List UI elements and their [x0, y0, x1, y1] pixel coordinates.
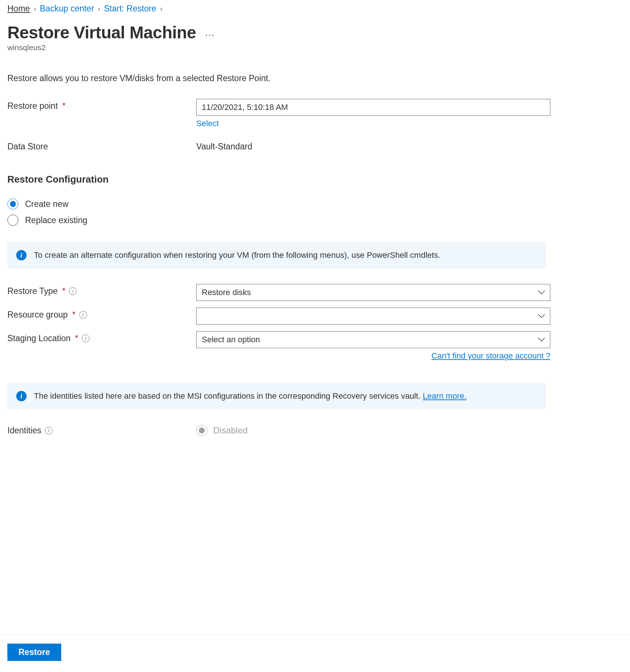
identities-label: Identities i — [7, 426, 196, 436]
info-icon[interactable]: i — [82, 335, 90, 342]
select-restore-point-link[interactable]: Select — [196, 119, 219, 128]
data-store-value: Vault-Standard — [196, 139, 550, 152]
chevron-right-icon: › — [34, 4, 36, 13]
page-description: Restore allows you to restore VM/disks f… — [7, 73, 623, 83]
radio-selected-icon — [7, 198, 18, 209]
chevron-right-icon: › — [160, 4, 163, 13]
powershell-info-text: To create an alternate configuration whe… — [34, 250, 440, 260]
restore-type-select[interactable] — [196, 284, 550, 301]
radio-unselected-icon — [7, 215, 18, 226]
identities-info-banner: i The identities listed here are based o… — [7, 383, 546, 409]
replace-existing-label: Replace existing — [25, 215, 87, 225]
restore-button[interactable]: Restore — [7, 644, 61, 661]
more-icon[interactable]: ··· — [205, 30, 215, 40]
resource-group-label: Resource group* i — [7, 308, 196, 320]
restore-point-input[interactable] — [196, 99, 550, 116]
info-icon[interactable]: i — [79, 311, 87, 319]
create-new-label: Create new — [25, 199, 69, 209]
page-title: Restore Virtual Machine — [7, 22, 196, 42]
restore-point-label: Restore point* — [7, 99, 196, 111]
identities-disabled-radio — [196, 425, 207, 436]
replace-existing-radio[interactable]: Replace existing — [7, 215, 623, 226]
restore-configuration-heading: Restore Configuration — [7, 174, 623, 185]
chevron-right-icon: › — [98, 4, 100, 13]
powershell-info-banner: i To create an alternate configuration w… — [7, 242, 546, 269]
breadcrumb-home[interactable]: Home — [7, 4, 30, 14]
info-icon[interactable]: i — [45, 427, 53, 434]
storage-account-help-link[interactable]: Can't find your storage account ? — [432, 351, 550, 360]
restore-config-radio-group: Create new Replace existing — [7, 198, 623, 226]
staging-location-label: Staging Location* i — [7, 331, 196, 343]
learn-more-link[interactable]: Learn more. — [423, 391, 467, 401]
info-icon: i — [16, 391, 27, 401]
breadcrumb-start-restore[interactable]: Start: Restore — [104, 4, 156, 14]
resource-group-select[interactable] — [196, 308, 550, 325]
identities-value: Disabled — [213, 425, 248, 436]
info-icon: i — [16, 250, 27, 260]
footer-bar: Restore — [0, 634, 630, 672]
page-subtitle: winsqleus2 — [7, 43, 623, 52]
info-icon[interactable]: i — [69, 287, 77, 295]
breadcrumb: Home › Backup center › Start: Restore › — [7, 1, 623, 14]
restore-type-label: Restore Type* i — [7, 284, 196, 296]
data-store-label: Data Store — [7, 139, 196, 152]
create-new-radio[interactable]: Create new — [7, 198, 623, 209]
staging-location-select[interactable] — [196, 331, 550, 348]
breadcrumb-backup-center[interactable]: Backup center — [40, 4, 94, 14]
identities-info-text: The identities listed here are based on … — [34, 391, 467, 401]
